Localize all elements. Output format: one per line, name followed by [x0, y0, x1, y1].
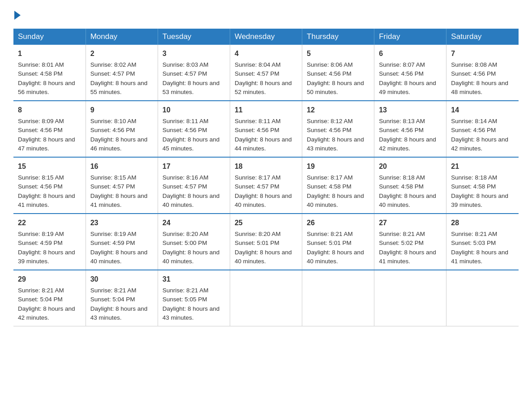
- day-number: 3: [163, 48, 225, 59]
- logo-arrow-icon: [14, 11, 21, 20]
- calendar-cell: 10Sunrise: 8:11 AMSunset: 4:56 PMDayligh…: [158, 101, 230, 157]
- day-number: 9: [90, 105, 153, 116]
- day-number: 27: [379, 218, 442, 228]
- calendar-cell: 21Sunrise: 8:18 AMSunset: 4:58 PMDayligh…: [446, 157, 519, 214]
- calendar-cell: 1Sunrise: 8:01 AMSunset: 4:58 PMDaylight…: [13, 45, 86, 101]
- calendar-cell: 23Sunrise: 8:19 AMSunset: 4:59 PMDayligh…: [86, 214, 158, 270]
- calendar-cell: 30Sunrise: 8:21 AMSunset: 5:04 PMDayligh…: [86, 270, 158, 326]
- day-number: 12: [307, 105, 369, 116]
- calendar-day-header: Sunday: [13, 29, 86, 45]
- day-number: 22: [18, 218, 81, 228]
- day-number: 20: [379, 161, 442, 172]
- calendar-cell: 15Sunrise: 8:15 AMSunset: 4:56 PMDayligh…: [13, 157, 86, 214]
- calendar-body: 1Sunrise: 8:01 AMSunset: 4:58 PMDaylight…: [13, 45, 519, 326]
- calendar-cell: 29Sunrise: 8:21 AMSunset: 5:04 PMDayligh…: [13, 270, 86, 326]
- calendar-week-row: 1Sunrise: 8:01 AMSunset: 4:58 PMDaylight…: [13, 45, 519, 101]
- day-number: 4: [235, 48, 297, 59]
- calendar-cell: 28Sunrise: 8:21 AMSunset: 5:03 PMDayligh…: [446, 214, 519, 270]
- calendar-day-header: Monday: [86, 29, 158, 45]
- calendar-cell: 22Sunrise: 8:19 AMSunset: 4:59 PMDayligh…: [13, 214, 86, 270]
- day-number: 16: [90, 161, 153, 172]
- calendar-cell: 8Sunrise: 8:09 AMSunset: 4:56 PMDaylight…: [13, 101, 86, 157]
- calendar-cell: 5Sunrise: 8:06 AMSunset: 4:56 PMDaylight…: [302, 45, 374, 101]
- calendar-week-row: 8Sunrise: 8:09 AMSunset: 4:56 PMDaylight…: [13, 101, 519, 157]
- calendar-cell: 9Sunrise: 8:10 AMSunset: 4:56 PMDaylight…: [86, 101, 158, 157]
- day-number: 31: [163, 274, 225, 285]
- day-number: 13: [379, 105, 442, 116]
- calendar-day-header: Saturday: [446, 29, 519, 45]
- calendar-cell: 19Sunrise: 8:17 AMSunset: 4:58 PMDayligh…: [302, 157, 374, 214]
- calendar-header-row: SundayMondayTuesdayWednesdayThursdayFrid…: [13, 29, 519, 45]
- calendar-day-header: Tuesday: [158, 29, 230, 45]
- day-number: 29: [18, 274, 81, 285]
- day-number: 19: [307, 161, 369, 172]
- day-number: 7: [451, 48, 514, 59]
- calendar-cell: 17Sunrise: 8:16 AMSunset: 4:57 PMDayligh…: [158, 157, 230, 214]
- calendar-cell: 31Sunrise: 8:21 AMSunset: 5:05 PMDayligh…: [158, 270, 230, 326]
- day-number: 15: [18, 161, 81, 172]
- calendar-day-header: Wednesday: [230, 29, 302, 45]
- calendar-cell: 4Sunrise: 8:04 AMSunset: 4:57 PMDaylight…: [230, 45, 302, 101]
- calendar-cell: 20Sunrise: 8:18 AMSunset: 4:58 PMDayligh…: [374, 157, 446, 214]
- calendar-cell: 7Sunrise: 8:08 AMSunset: 4:56 PMDaylight…: [446, 45, 519, 101]
- calendar-cell: 14Sunrise: 8:14 AMSunset: 4:56 PMDayligh…: [446, 101, 519, 157]
- calendar-cell: 13Sunrise: 8:13 AMSunset: 4:56 PMDayligh…: [374, 101, 446, 157]
- calendar-cell: 11Sunrise: 8:11 AMSunset: 4:56 PMDayligh…: [230, 101, 302, 157]
- day-number: 1: [18, 48, 81, 59]
- calendar-week-row: 22Sunrise: 8:19 AMSunset: 4:59 PMDayligh…: [13, 214, 519, 270]
- day-number: 21: [451, 161, 514, 172]
- calendar-cell: 16Sunrise: 8:15 AMSunset: 4:57 PMDayligh…: [86, 157, 158, 214]
- day-number: 11: [235, 105, 297, 116]
- calendar-week-row: 15Sunrise: 8:15 AMSunset: 4:56 PMDayligh…: [13, 157, 519, 214]
- calendar-cell: [302, 270, 374, 326]
- calendar-cell: [446, 270, 519, 326]
- day-number: 17: [163, 161, 225, 172]
- day-number: 14: [451, 105, 514, 116]
- day-number: 30: [90, 274, 153, 285]
- day-number: 24: [163, 218, 225, 228]
- calendar-day-header: Thursday: [302, 29, 374, 45]
- calendar-cell: 3Sunrise: 8:03 AMSunset: 4:57 PMDaylight…: [158, 45, 230, 101]
- calendar-cell: 12Sunrise: 8:12 AMSunset: 4:56 PMDayligh…: [302, 101, 374, 157]
- calendar-cell: 18Sunrise: 8:17 AMSunset: 4:57 PMDayligh…: [230, 157, 302, 214]
- calendar-cell: [230, 270, 302, 326]
- day-number: 5: [307, 48, 369, 59]
- calendar-cell: [374, 270, 446, 326]
- calendar-cell: 2Sunrise: 8:02 AMSunset: 4:57 PMDaylight…: [86, 45, 158, 101]
- day-number: 10: [163, 105, 225, 116]
- day-number: 2: [90, 48, 153, 59]
- day-number: 26: [307, 218, 369, 228]
- logo: [13, 9, 21, 20]
- page-header: [13, 9, 519, 20]
- day-number: 23: [90, 218, 153, 228]
- calendar-table: SundayMondayTuesdayWednesdayThursdayFrid…: [13, 29, 519, 326]
- day-number: 8: [18, 105, 81, 116]
- day-number: 18: [235, 161, 297, 172]
- calendar-cell: 26Sunrise: 8:21 AMSunset: 5:01 PMDayligh…: [302, 214, 374, 270]
- calendar-day-header: Friday: [374, 29, 446, 45]
- day-number: 6: [379, 48, 442, 59]
- calendar-cell: 6Sunrise: 8:07 AMSunset: 4:56 PMDaylight…: [374, 45, 446, 101]
- day-number: 28: [451, 218, 514, 228]
- calendar-cell: 27Sunrise: 8:21 AMSunset: 5:02 PMDayligh…: [374, 214, 446, 270]
- calendar-cell: 25Sunrise: 8:20 AMSunset: 5:01 PMDayligh…: [230, 214, 302, 270]
- calendar-week-row: 29Sunrise: 8:21 AMSunset: 5:04 PMDayligh…: [13, 270, 519, 326]
- calendar-cell: 24Sunrise: 8:20 AMSunset: 5:00 PMDayligh…: [158, 214, 230, 270]
- day-number: 25: [235, 218, 297, 228]
